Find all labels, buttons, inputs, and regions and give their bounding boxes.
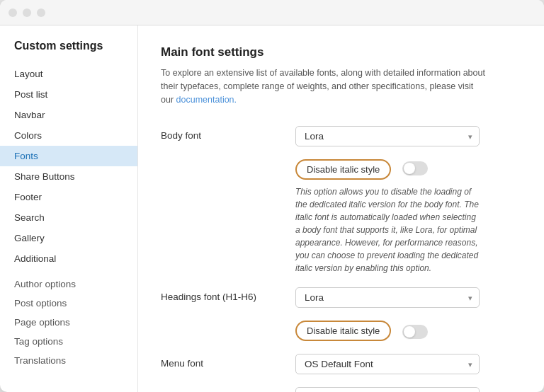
headings-font-row: Headings font (H1-H6) Lora Open Sans Rob… <box>161 287 521 308</box>
traffic-light-minimize[interactable] <box>23 8 31 17</box>
body-font-row: Body font Lora Open Sans Roboto ▾ <box>161 126 521 146</box>
sidebar-item-search[interactable]: Search <box>0 207 137 228</box>
sidebar-item-author-options[interactable]: Author options <box>0 275 137 294</box>
disable-italic-headings-toggle[interactable] <box>402 325 428 339</box>
sidebar: Custom settings Layout Post list Navbar … <box>0 25 138 392</box>
body-font-control: Lora Open Sans Roboto ▾ <box>295 126 521 146</box>
logo-font-select[interactable]: Select the font used for the Body Lora O… <box>295 387 480 392</box>
menu-font-label: Menu font <box>161 354 281 369</box>
logo-font-label: Logo font <box>161 387 281 392</box>
sidebar-item-tag-options[interactable]: Tag options <box>0 332 137 351</box>
sidebar-item-translations[interactable]: Translations <box>0 351 137 370</box>
sidebar-item-additional[interactable]: Additional <box>0 248 137 269</box>
sidebar-item-gallery[interactable]: Gallery <box>0 228 137 248</box>
sidebar-item-fonts[interactable]: Fonts <box>0 146 137 166</box>
sidebar-item-footer[interactable]: Footer <box>0 187 137 207</box>
sidebar-item-navbar[interactable]: Navbar <box>0 105 137 125</box>
section-description: To explore an extensive list of availabl… <box>161 67 487 106</box>
body-font-select-wrapper: Lora Open Sans Roboto ▾ <box>295 126 480 146</box>
logo-font-row: Logo font Select the font used for the B… <box>161 387 521 392</box>
headings-font-control: Lora Open Sans Roboto ▾ <box>295 287 521 308</box>
disable-italic-headings-row: Disable italic style <box>161 321 521 341</box>
sidebar-title: Custom settings <box>0 40 137 64</box>
headings-font-label: Headings font (H1-H6) <box>161 287 281 302</box>
disable-italic-body-row: Disable italic style This option allows … <box>161 159 521 275</box>
section-title: Main font settings <box>161 45 521 59</box>
documentation-link[interactable]: documentation. <box>176 95 237 105</box>
sidebar-item-colors[interactable]: Colors <box>0 125 137 146</box>
disable-italic-headings-control: Disable italic style <box>295 321 521 341</box>
disable-italic-body-label <box>161 159 281 163</box>
traffic-light-close[interactable] <box>8 8 17 17</box>
traffic-light-maximize[interactable] <box>37 8 45 17</box>
sidebar-nav: Layout Post list Navbar Colors Fonts Sha… <box>0 64 137 269</box>
disable-italic-body-button[interactable]: Disable italic style <box>295 159 391 180</box>
menu-font-control: OS Default Font Lora Open Sans ▾ <box>295 354 521 374</box>
body-font-select[interactable]: Lora Open Sans Roboto <box>295 126 480 146</box>
logo-font-select-wrapper: Select the font used for the Body Lora O… <box>295 387 480 392</box>
disable-italic-headings-label <box>161 321 281 325</box>
sidebar-item-layout[interactable]: Layout <box>0 64 137 84</box>
headings-font-select-wrapper: Lora Open Sans Roboto ▾ <box>295 287 480 308</box>
headings-font-select[interactable]: Lora Open Sans Roboto <box>295 287 480 308</box>
sidebar-item-page-options[interactable]: Page options <box>0 313 137 332</box>
disable-italic-body-toggle[interactable] <box>402 161 428 175</box>
logo-font-control: Select the font used for the Body Lora O… <box>295 387 521 392</box>
menu-font-row: Menu font OS Default Font Lora Open Sans… <box>161 354 521 374</box>
disable-italic-headings-button[interactable]: Disable italic style <box>295 321 391 341</box>
menu-font-select-wrapper: OS Default Font Lora Open Sans ▾ <box>295 354 480 374</box>
sidebar-item-share-buttons[interactable]: Share Buttons <box>0 166 137 187</box>
disable-italic-body-control: Disable italic style This option allows … <box>295 159 521 275</box>
app-window: Custom settings Layout Post list Navbar … <box>0 0 544 392</box>
sidebar-item-post-options[interactable]: Post options <box>0 294 137 313</box>
main-content: Main font settings To explore an extensi… <box>138 25 544 392</box>
sidebar-item-post-list[interactable]: Post list <box>0 84 137 105</box>
sidebar-group: Author options Post options Page options… <box>0 275 137 370</box>
menu-font-select[interactable]: OS Default Font Lora Open Sans <box>295 354 480 374</box>
body-font-label: Body font <box>161 126 281 141</box>
titlebar <box>0 0 544 25</box>
disable-italic-body-description: This option allows you to disable the lo… <box>295 185 480 275</box>
window-body: Custom settings Layout Post list Navbar … <box>0 25 544 392</box>
